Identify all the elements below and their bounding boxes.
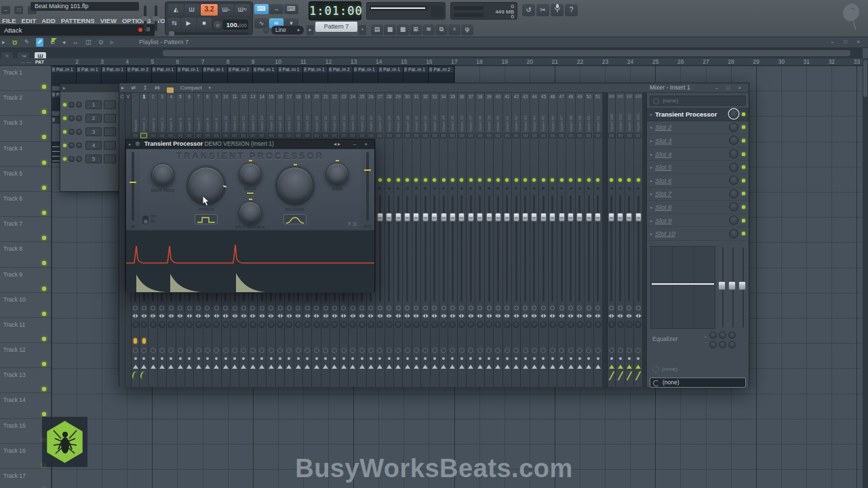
strip-stereo-knob[interactable] (304, 320, 311, 329)
playlist-view-icon[interactable]: ▤ (371, 24, 383, 35)
track-led[interactable] (42, 135, 46, 139)
strip-pan-control[interactable] (168, 312, 174, 320)
track-led[interactable] (42, 412, 46, 416)
slot-enable-led[interactable] (742, 232, 745, 235)
strip-separation-knob[interactable] (305, 304, 310, 312)
mixer-channel-strip[interactable]: 28 Insert 28 (385, 93, 394, 387)
menu-item[interactable]: ADD (41, 17, 56, 24)
strip-pan-control[interactable] (586, 312, 592, 320)
fader-handle[interactable] (431, 213, 437, 222)
mixer-channel-strip[interactable]: 27 Insert 27 (376, 93, 384, 387)
fader-handle[interactable] (595, 213, 601, 222)
mixer-channel-strip[interactable]: 42 Insert 42 (512, 93, 521, 387)
effect-slot[interactable]: ▸ Slot 7 (647, 188, 749, 201)
effect-slot[interactable]: ▸ Slot 3 (647, 134, 749, 148)
fader-handle[interactable] (513, 213, 519, 222)
strip-fader[interactable] (394, 192, 402, 304)
strip-pan-control[interactable] (286, 312, 292, 320)
strip-fader[interactable] (576, 192, 584, 304)
track-led[interactable] (42, 110, 46, 114)
strip-led[interactable] (451, 176, 454, 184)
strip-pan-control[interactable] (268, 312, 274, 320)
slot-enable-led[interactable] (742, 139, 745, 142)
strip-pan-control[interactable] (431, 312, 437, 320)
strip-fader[interactable] (512, 192, 520, 304)
channel-led[interactable] (63, 103, 66, 106)
eq-knob[interactable] (709, 341, 717, 348)
strip-mute-dot[interactable] (551, 184, 554, 192)
strip-fader[interactable] (549, 192, 557, 304)
strip-mute-dot[interactable] (388, 184, 391, 192)
slot-mix-knob[interactable] (729, 123, 738, 132)
channel-name-button[interactable] (104, 114, 116, 123)
strip-fader[interactable] (385, 192, 393, 304)
strip-separation-knob[interactable] (241, 304, 246, 312)
slot-enable-led[interactable] (742, 113, 745, 116)
strip-route-arrow[interactable] (609, 363, 614, 371)
strip-pan-control[interactable] (141, 312, 147, 320)
strip-arm-toggle[interactable] (460, 336, 463, 346)
strip-slot-box[interactable] (295, 131, 302, 139)
slot-enable-led[interactable] (742, 192, 745, 195)
output-selector[interactable]: (none) (650, 378, 746, 388)
fader-handle[interactable] (404, 213, 410, 222)
sidechain-selector[interactable]: (none) (650, 364, 746, 374)
strip-fader[interactable] (431, 192, 439, 304)
strip-stereo-knob[interactable] (204, 320, 211, 329)
strip-route-arrow[interactable] (377, 363, 382, 371)
strip-slot-box[interactable] (349, 131, 356, 139)
strip-arm-toggle[interactable] (288, 336, 291, 346)
slot-arrow-icon[interactable]: ▸ (650, 152, 652, 157)
strip-slot-box[interactable] (186, 131, 193, 139)
power-toggle[interactable]: OFFON (142, 213, 163, 225)
tuner-icon[interactable]: ψ (461, 24, 473, 35)
strip-route-arrow[interactable] (168, 363, 174, 371)
time-display[interactable]: 1:01:00 (309, 1, 361, 20)
strip-led[interactable] (532, 176, 536, 184)
drive-knob[interactable] (239, 163, 262, 186)
strip-stereo-knob[interactable] (322, 320, 329, 329)
channel-row[interactable]: 2 (60, 111, 128, 125)
strip-separation-knob[interactable] (314, 304, 319, 312)
strip-stereo-knob[interactable] (431, 320, 438, 329)
strip-pan-control[interactable] (635, 312, 642, 320)
strip-arm-toggle[interactable] (269, 336, 273, 346)
strip-pan-control[interactable] (595, 312, 601, 320)
strip-stereo-knob[interactable] (549, 320, 556, 329)
strip-slot-box[interactable] (422, 131, 429, 139)
strip-arm-toggle[interactable] (488, 336, 491, 346)
strip-slot-box[interactable] (304, 131, 311, 139)
eq-band-slider[interactable] (738, 246, 747, 329)
strip-slot-box[interactable] (386, 131, 393, 139)
strip-route-arrow[interactable] (304, 363, 310, 371)
mixer-channel-strip[interactable]: 100 Insert 100 (607, 93, 616, 387)
strip-arm-toggle[interactable] (515, 336, 518, 346)
strip-route-arrow[interactable] (277, 363, 283, 371)
track-row[interactable]: Track 5 (0, 167, 51, 192)
strip-stereo-knob[interactable] (376, 320, 383, 329)
strip-mute-dot[interactable] (424, 184, 427, 192)
play-marker[interactable] (52, 38, 57, 43)
strip-separation-knob[interactable] (541, 304, 546, 312)
strip-arm-toggle[interactable] (387, 336, 391, 346)
strip-arm-toggle[interactable] (151, 336, 155, 346)
strip-arm-toggle[interactable] (242, 336, 245, 346)
strip-route-arrow[interactable] (540, 363, 546, 371)
strip-led[interactable] (478, 176, 481, 184)
strip-arm-toggle[interactable] (397, 336, 400, 346)
strip-mute-dot[interactable] (488, 184, 490, 192)
mixer-channel-strip[interactable]: 101 Insert 101 (616, 93, 625, 387)
strip-route-arrow[interactable] (214, 363, 219, 371)
strip-fader[interactable] (585, 192, 593, 304)
slot-arrow-icon[interactable]: ▸ (650, 218, 652, 223)
mixer-channel-strip[interactable]: 36 Insert 36 (458, 93, 467, 387)
strip-stereo-knob[interactable] (395, 320, 401, 329)
strip-stereo-knob[interactable] (585, 320, 592, 329)
strip-route-arrow[interactable] (523, 363, 528, 371)
input-source-selector[interactable]: (none) (650, 96, 746, 106)
strip-route-arrow[interactable] (568, 363, 574, 371)
strip-separation-knob[interactable] (523, 304, 528, 312)
strip-separation-knob[interactable] (496, 304, 500, 312)
position-display[interactable]: 3.2 (201, 4, 218, 16)
strip-separation-knob[interactable] (214, 304, 219, 312)
